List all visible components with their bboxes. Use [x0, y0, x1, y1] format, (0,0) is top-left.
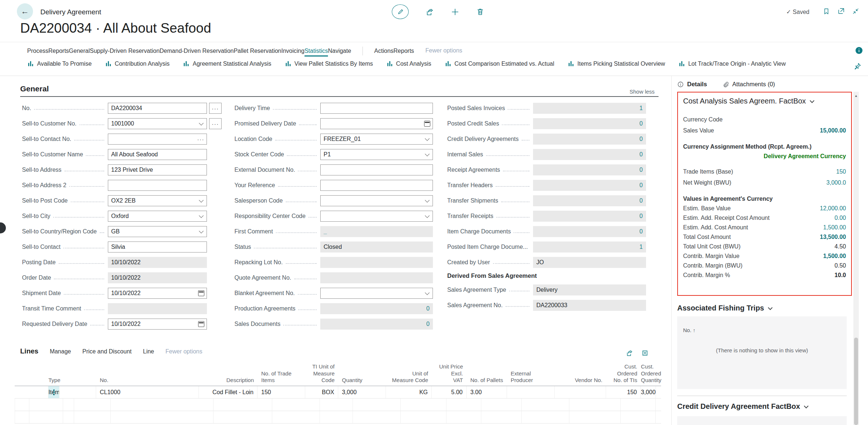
column-header[interactable]: No. [96, 377, 199, 384]
table-cell[interactable]: 3,000 [641, 386, 656, 398]
fewer-options-button[interactable]: Fewer options [426, 46, 463, 57]
lines-toolbar-item[interactable]: Line [143, 348, 154, 355]
table-cell[interactable]: KG [386, 386, 432, 398]
share-icon[interactable] [426, 8, 434, 16]
field-trailing-icon[interactable] [199, 198, 204, 203]
pin-icon[interactable] [854, 62, 861, 70]
table-cell[interactable]: 150 [258, 386, 305, 398]
field-input[interactable]: 10/10/2022 [108, 257, 207, 268]
field-input[interactable]: Oxford [108, 211, 207, 222]
lines-toolbar-item[interactable]: Price and Discount [82, 348, 131, 355]
field-input[interactable] [320, 211, 433, 222]
column-header[interactable]: Cust. Ordered No. of TIs [606, 363, 641, 384]
table-cell[interactable]: 5.00 [432, 386, 467, 398]
table-cell[interactable]: Item [48, 386, 59, 398]
field-trailing-icon[interactable] [198, 290, 204, 296]
menu-item[interactable]: Reports [394, 46, 414, 57]
table-cell[interactable] [507, 386, 555, 398]
field-input[interactable]: 0 [533, 164, 646, 175]
edit-icon[interactable] [392, 4, 409, 19]
field-input[interactable] [108, 180, 207, 191]
field-input[interactable]: P1 [320, 149, 433, 160]
new-icon[interactable] [451, 8, 459, 16]
menu-item[interactable]: Demand-Driven Reservation [160, 46, 234, 57]
column-header[interactable]: Type [48, 377, 59, 384]
table-cell[interactable]: 3,000 [338, 386, 386, 398]
field-trailing-icon[interactable] [424, 121, 430, 127]
column-header[interactable]: Description [199, 377, 258, 384]
field-trailing-icon[interactable] [425, 290, 430, 295]
table-cell[interactable]: CL1000 [96, 386, 199, 398]
column-header[interactable]: No. of Pallets [467, 377, 507, 384]
lines-toolbar-item[interactable]: Manage [50, 348, 71, 355]
field-input[interactable]: 10/10/2022 [108, 272, 207, 283]
field-input[interactable]: 10/10/2022 [108, 319, 207, 330]
ribbon-action[interactable]: Cost Analysis [386, 60, 431, 67]
menu-item[interactable]: Pallet Reservation [234, 46, 281, 57]
factbox-field-value[interactable]: 1,500.00 [823, 224, 846, 231]
field-input[interactable] [108, 134, 207, 145]
field-input[interactable]: _ [320, 226, 433, 237]
scroll-up-arrow[interactable] [854, 94, 858, 98]
collapse-icon[interactable] [852, 8, 859, 15]
ribbon-action[interactable]: Items Picking Statistical Overview [568, 60, 665, 67]
factbox-field-value[interactable]: 150 [836, 168, 846, 175]
lines-toolbar-item[interactable]: Fewer options [165, 348, 203, 355]
table-cell[interactable]: Cod Fillet - Loin [199, 386, 258, 398]
factbox-field-value[interactable]: 0.50 [835, 262, 846, 269]
ribbon-action[interactable]: Agreement Statistical Analysis [183, 60, 271, 67]
bookmark-icon[interactable] [823, 8, 830, 15]
field-input[interactable]: 0 [320, 303, 433, 314]
menu-item[interactable]: Invoicing [281, 46, 304, 57]
table-cell[interactable] [59, 386, 96, 398]
assist-edit-button[interactable]: ··· [209, 118, 222, 129]
lines-toolbar-item[interactable]: Lines [20, 347, 39, 355]
field-input[interactable]: Closed [320, 241, 433, 253]
field-input[interactable] [320, 288, 433, 299]
back-button[interactable] [17, 3, 33, 19]
field-input[interactable]: 10/10/2022 [108, 288, 207, 299]
column-header[interactable]: Unit Price Excl. VAT [432, 363, 467, 384]
field-input[interactable] [320, 180, 433, 191]
field-input[interactable]: 1 [533, 103, 646, 114]
menu-item[interactable]: Navigate [328, 46, 351, 57]
cost-factbox-title[interactable]: Cost Analysis Sales Agreem. FactBox [683, 97, 846, 105]
factbox-field-value[interactable]: 1,500.00 [823, 253, 846, 259]
factbox-field-value[interactable]: 12,000.00 [820, 205, 846, 212]
field-trailing-icon[interactable] [199, 213, 204, 218]
field-trailing-icon[interactable] [425, 198, 430, 203]
field-input[interactable]: GB [108, 226, 207, 237]
menu-item[interactable]: Actions [374, 46, 393, 57]
field-input[interactable]: 0 [533, 118, 646, 129]
ribbon-action[interactable]: Lot Track/Trace Origin - Analytic View [678, 60, 786, 67]
field-input[interactable] [320, 118, 433, 129]
fishing-trips-no-column-header[interactable]: No. ↑ [683, 327, 696, 333]
factbox-field-value[interactable]: 4.50 [835, 243, 846, 250]
column-header[interactable]: External Producer [507, 370, 555, 384]
field-input[interactable]: 123 Privet Drive [108, 164, 207, 175]
associated-fishing-trips-heading[interactable]: Associated Fishing Trips [677, 304, 772, 312]
factbox-field-value[interactable]: 0.00 [835, 215, 846, 221]
edge-handle[interactable] [0, 222, 6, 233]
field-input[interactable]: 0 [533, 226, 646, 237]
table-cell[interactable]: 3.00 [467, 386, 507, 398]
field-input[interactable]: 0 [320, 319, 433, 330]
menu-item[interactable]: General [69, 46, 90, 57]
column-header[interactable]: TI Unit of Measure Code [305, 363, 338, 384]
factbox-field-value[interactable]: 3,000.0 [827, 179, 846, 186]
assist-edit-button[interactable]: ··· [209, 103, 222, 114]
factbox-field-value[interactable]: 10.0 [835, 272, 846, 279]
field-trailing-icon[interactable] [197, 136, 205, 142]
column-header[interactable]: Cust. Ordered Quantity [641, 363, 661, 384]
field-input[interactable]: 1 [533, 241, 646, 253]
field-input[interactable]: DA2200033 [533, 300, 646, 311]
field-trailing-icon[interactable] [425, 152, 430, 156]
field-input[interactable]: FREEZER_01 [320, 134, 433, 145]
column-header[interactable]: Vendor No. [555, 377, 606, 384]
field-input[interactable]: 0 [533, 149, 646, 160]
table-row-empty[interactable] [15, 411, 661, 424]
general-section-heading[interactable]: General [20, 84, 49, 93]
factbox-field-value[interactable]: 13,500.00 [820, 234, 846, 240]
table-cell[interactable] [555, 386, 606, 398]
field-input[interactable]: All About Seafood [108, 149, 207, 160]
